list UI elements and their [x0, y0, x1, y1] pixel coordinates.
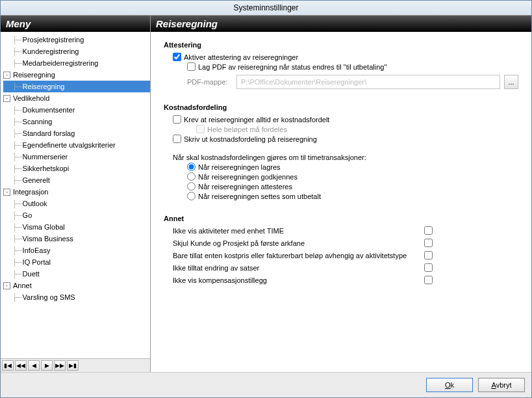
tree-branch-icon: ├─ — [12, 165, 21, 172]
annet-checkbox[interactable] — [424, 276, 433, 284]
tree-item[interactable]: -Vedlikehold — [3, 92, 150, 104]
tree-branch-icon: ├─ — [12, 200, 21, 207]
nav-prev[interactable]: ◀ — [28, 360, 40, 371]
tree-item-label: Visma Global — [23, 223, 65, 231]
label-radio-lagres: Når reiseregningen lagres — [198, 163, 281, 171]
section-attestering: Attestering Aktiver attestering av reise… — [164, 41, 518, 89]
annet-label: Ikke vis kompensasjonstillegg — [173, 276, 424, 284]
tree-item[interactable]: ├─Go — [3, 209, 150, 221]
tree-item-label: Integrasjon — [13, 188, 48, 196]
nav-forward[interactable]: ▶▶ — [54, 360, 66, 371]
nav-first[interactable]: ▮◀ — [2, 360, 14, 371]
tree-item[interactable]: ├─Kunderegistrering — [3, 46, 150, 57]
tree-item-label: IQ Portal — [23, 258, 51, 266]
tree-item[interactable]: ├─Nummerserier — [3, 151, 150, 163]
menu-tree[interactable]: ├─Prosjektregistrering├─Kunderegistrerin… — [1, 32, 150, 358]
pdf-browse-button[interactable]: ... — [504, 75, 518, 89]
tree-item[interactable]: -Reiseregning — [3, 69, 150, 81]
annet-label: Skjul Kunde og Prosjekt på første arkfan… — [173, 239, 424, 247]
pdf-folder-input[interactable] — [236, 75, 500, 89]
tree-item[interactable]: ├─Varsling og SMS — [3, 291, 150, 303]
annet-checkbox[interactable] — [424, 239, 433, 247]
tree-item-label: Reiseregning — [23, 83, 65, 90]
tree-item-label: Go — [23, 211, 32, 219]
annet-label: Ikke vis aktiviteter med enhet TIME — [173, 227, 424, 235]
tree-item[interactable]: -Integrasjon — [3, 186, 150, 198]
label-lag-pdf: Lag PDF av reiseregning når status endre… — [198, 63, 386, 71]
tree-item-label: Prosjektregistrering — [23, 36, 84, 44]
window-title: Systeminnstillinger — [1, 1, 531, 15]
attestering-title: Attestering — [164, 41, 518, 49]
annet-row: Ikke vis aktiviteter med enhet TIME — [173, 226, 433, 235]
nav-next[interactable]: ▶ — [41, 360, 53, 371]
annet-checkbox[interactable] — [424, 251, 433, 259]
checkbox-krev[interactable] — [173, 115, 181, 124]
nav-rewind[interactable]: ◀◀ — [15, 360, 27, 371]
tree-toggle-icon[interactable]: - — [3, 72, 10, 79]
sidebar-header: Meny — [1, 16, 150, 32]
annet-row: Ikke vis kompensasjonstillegg — [173, 276, 433, 284]
tree-item-label: Annet — [13, 282, 32, 289]
label-radio-utbetalt: Når reiseregningen settes som utbetalt — [198, 192, 321, 200]
tree-item[interactable]: ├─Medarbeiderregistrering — [3, 57, 150, 69]
tree-branch-icon: ├─ — [12, 129, 21, 137]
annet-row: Skjul Kunde og Prosjekt på første arkfan… — [173, 239, 433, 247]
radio-attesteres[interactable] — [187, 182, 196, 191]
annet-checkbox[interactable] — [424, 226, 433, 235]
tree-toggle-icon[interactable]: - — [3, 95, 10, 102]
tree-item[interactable]: ├─Egendefinerte utvalgskriterier — [3, 139, 150, 151]
annet-row: Bare tillat enten kostpris eller fakture… — [173, 251, 433, 259]
cancel-button[interactable]: Avbryt — [478, 378, 525, 392]
annet-title: Annet — [164, 215, 518, 222]
tree-item[interactable]: ├─Dokumentsenter — [3, 104, 150, 116]
ok-button[interactable]: Ok — [426, 378, 473, 392]
tree-item-label: Nummerserier — [23, 153, 68, 161]
tree-item-label: Varsling og SMS — [23, 293, 75, 301]
settings-window: Systeminnstillinger Meny ├─Prosjektregis… — [0, 0, 532, 398]
tree-toggle-icon[interactable]: - — [3, 189, 10, 196]
pdf-folder-label: PDF-mappe: — [187, 78, 233, 86]
checkbox-skriv[interactable] — [173, 135, 181, 143]
tree-item[interactable]: ├─Visma Global — [3, 221, 150, 233]
footer: Ok Avbryt — [1, 372, 531, 397]
section-annet: Annet Ikke vis aktiviteter med enhet TIM… — [164, 215, 518, 284]
tree-branch-icon: ├─ — [12, 106, 21, 114]
tree-item-label: Outlook — [23, 200, 47, 207]
label-krev: Krev at reiseregninger alltid er kostnad… — [184, 116, 329, 124]
radio-utbetalt[interactable] — [187, 192, 196, 200]
radio-godkjennes[interactable] — [187, 172, 196, 181]
checkbox-lag-pdf[interactable] — [187, 62, 196, 71]
tree-branch-icon: ├─ — [12, 235, 21, 243]
label-activate-attestering: Aktiver attestering av reiseregninger — [184, 53, 298, 61]
label-radio-godkjennes: Når reiseregningen godkjennes — [198, 173, 298, 181]
kostnads-title: Kostnadsfordeling — [164, 103, 518, 111]
tree-item[interactable]: ├─Standard forslag — [3, 127, 150, 139]
checkbox-activate-attestering[interactable] — [173, 53, 181, 61]
tree-branch-icon: ├─ — [12, 118, 21, 126]
tree-item[interactable]: ├─InfoEasy — [3, 245, 150, 256]
nav-last[interactable]: ▶▮ — [67, 360, 79, 371]
tree-branch-icon: ├─ — [12, 59, 21, 67]
section-kostnadsfordeling: Kostnadsfordeling Krev at reiseregninger… — [164, 103, 518, 200]
tree-item[interactable]: ├─IQ Portal — [3, 256, 150, 268]
tree-item[interactable]: ├─Visma Business — [3, 233, 150, 245]
tree-item[interactable]: ├─Scanning — [3, 116, 150, 127]
radio-lagres[interactable] — [187, 163, 196, 171]
tree-item[interactable]: ├─Prosjektregistrering — [3, 34, 150, 46]
tree-item[interactable]: ├─Generelt — [3, 174, 150, 186]
tree-branch-icon: ├─ — [12, 258, 21, 266]
tree-item[interactable]: -Annet — [3, 280, 150, 291]
panel-body: Attestering Aktiver attestering av reise… — [151, 32, 531, 372]
tree-item-label: InfoEasy — [23, 246, 51, 254]
tree-item-label: Kunderegistrering — [23, 47, 79, 55]
tree-item[interactable]: ├─Reiseregning — [3, 81, 150, 92]
tree-item-label: Standard forslag — [23, 129, 75, 137]
annet-checkbox[interactable] — [424, 263, 433, 272]
tree-toggle-icon[interactable]: - — [3, 282, 10, 289]
tree-item-label: Dokumentsenter — [23, 106, 75, 114]
checkbox-hele — [196, 125, 205, 133]
tree-item[interactable]: ├─Duett — [3, 268, 150, 280]
tree-item-label: Vedlikehold — [13, 94, 49, 102]
tree-item[interactable]: ├─Outlook — [3, 198, 150, 209]
tree-item[interactable]: ├─Sikkerhetskopi — [3, 163, 150, 174]
